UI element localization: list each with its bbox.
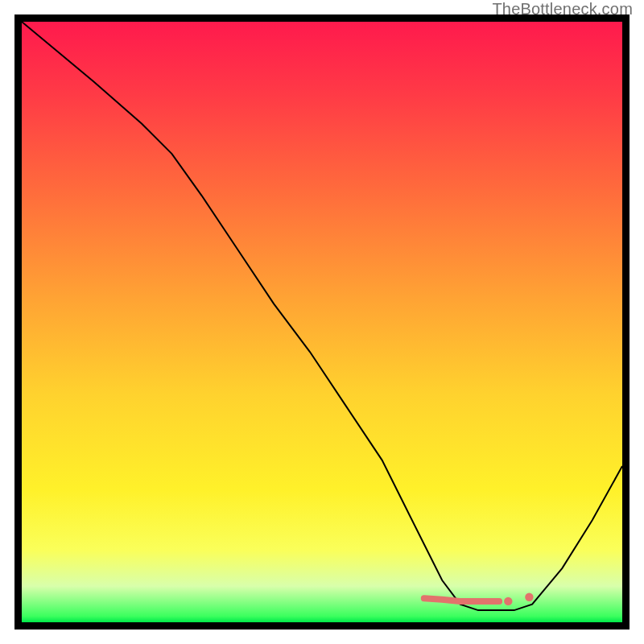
chart-frame [14,14,630,630]
chart-svg [22,22,622,622]
plot-area [22,22,622,622]
bottleneck-curve-line [22,22,622,610]
highlight-dot-b [525,593,533,601]
highlight-dot-a [504,597,512,605]
highlight-segment [424,598,499,601]
